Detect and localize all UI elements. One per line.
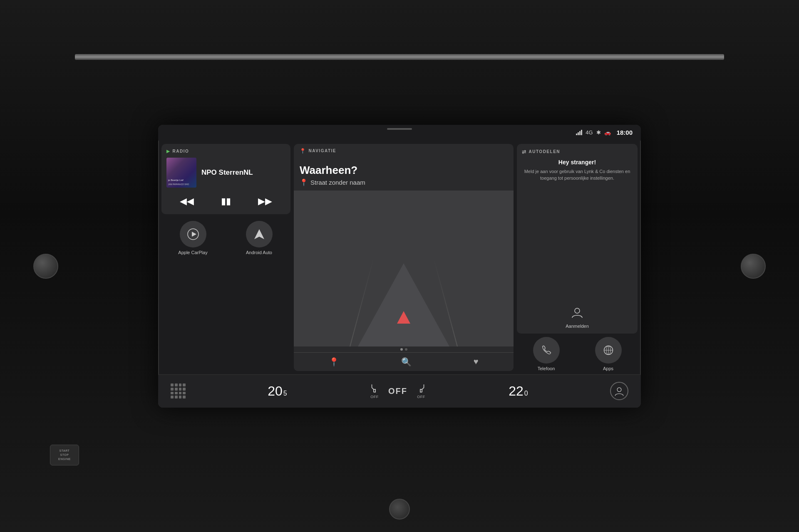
telefoon-label: Telefoon [538,366,555,371]
carplay-label: Apple CarPlay [178,250,207,255]
nav-subtitle: 📍 Straat zonder naam [300,178,508,186]
top-bar [75,54,724,60]
temp-right-sup: 0 [524,390,528,397]
status-bar: 4G ✱ 🚗 18:00 [158,125,641,141]
nav-dot-2 [405,348,407,351]
nav-destination[interactable]: Waarheen? 📍 Straat zonder naam [294,161,514,191]
map-area[interactable] [294,191,514,346]
seat-right-icon [416,383,427,394]
nav-title: Waarheen? [300,164,508,177]
autodelen-title: Hey stranger! [522,159,633,166]
network-icon: 4G [586,129,593,136]
nav-search-button[interactable]: 🔍 [401,357,412,367]
radio-panel: ▶ RADIO je Beertje Lief JAN PAPARAZZI SH… [161,144,290,214]
car-surround: START STOP ENGINE 4G ✱ 🚗 18:00 [0,0,799,532]
android-auto-label: Android Auto [246,250,272,255]
carplay-item[interactable]: Apple CarPlay [161,221,224,255]
next-button[interactable]: ▶▶ [256,193,275,209]
autodelen-label: ⇄ AUTODELEN [522,149,633,155]
start-stop-button[interactable]: START STOP ENGINE [50,445,79,465]
profile-icon [614,386,625,396]
share-icon: ⇄ [522,149,527,155]
right-panel: ⇄ AUTODELEN Hey stranger! Meld je aan vo… [517,144,638,371]
album-art: je Beertje Lief JAN PAPARAZZI SHO [166,158,196,188]
bluetooth-icon: ✱ [596,129,601,136]
android-auto-button[interactable] [246,221,273,247]
radio-label: ▶ RADIO [166,149,285,153]
screen-bezel: 4G ✱ 🚗 18:00 ▶ RADIO [158,125,641,408]
connect-panel: Apple CarPlay Android Auto [161,221,290,255]
radio-station: NPO SterrenNL [201,168,253,177]
play-pause-button[interactable]: ▮▮ [218,193,233,209]
phone-icon [541,344,552,356]
carplay-button[interactable] [180,221,206,247]
seat-left-status: OFF [370,395,379,399]
android-auto-icon [253,228,266,241]
apps-icon [603,344,614,356]
nav-page-indicator [294,346,514,352]
nav-label: 📍 NAVIGATIE [300,148,508,154]
seat-left-item[interactable]: OFF [369,383,380,399]
menu-grid-button[interactable] [171,384,186,398]
seat-right-status: OFF [417,395,425,399]
seat-controls: OFF OFF OFF [369,383,427,399]
user-icon [568,304,586,322]
carplay-icon [186,228,200,241]
aanmelden-area[interactable]: Aanmelden [522,304,633,329]
bottom-bar: 20 5 OFF OFF [158,374,641,408]
status-time: 18:00 [617,129,633,136]
nav-arrow [397,311,410,324]
svg-marker-1 [192,232,196,237]
apps-button[interactable] [595,337,622,364]
svg-point-3 [575,308,580,313]
left-knob[interactable] [33,254,58,279]
nav-save-button[interactable]: 📍 [329,357,339,367]
temp-left-value: 20 [268,384,283,399]
center-off-label: OFF [388,386,407,396]
nav-bottom-icons: 📍 🔍 ♥ [294,352,514,371]
nav-location-icon: 📍 [300,178,308,186]
album-line1: je Beertje Lief [168,179,195,182]
telefoon-item[interactable]: Telefoon [517,337,576,371]
action-buttons-row: Telefoon Apps [517,337,638,371]
apps-label: Apps [603,366,613,371]
right-knob[interactable] [741,254,766,279]
radio-controls[interactable]: ◀◀ ▮▮ ▶▶ [166,193,285,209]
seat-right-item[interactable]: OFF [416,383,427,399]
album-line2: JAN PAPARAZZI SHO [168,183,195,186]
center-off-display[interactable]: OFF [388,386,407,396]
nav-favorites-button[interactable]: ♥ [474,357,479,366]
temp-left-sup: 5 [283,390,287,397]
seat-left-icon [369,383,380,394]
prev-button[interactable]: ◀◀ [177,193,196,209]
car-icon: 🚗 [604,129,611,136]
apps-item[interactable]: Apps [579,337,638,371]
drag-handle [387,128,412,130]
nav-dot-1 [400,348,403,351]
autodelen-body: Meld je aan voor gebruik van Lynk & Co d… [522,168,633,299]
temp-right-value: 22 [509,384,524,399]
android-auto-item[interactable]: Android Auto [228,221,290,255]
radio-play-icon: ▶ [166,149,171,153]
home-button[interactable] [389,499,410,520]
radio-content: je Beertje Lief JAN PAPARAZZI SHO NPO St… [166,158,285,188]
temp-right-display[interactable]: 22 0 [509,384,528,399]
status-icons: 4G ✱ 🚗 18:00 [576,129,633,136]
aanmelden-label: Aanmelden [566,324,589,329]
signal-bars-icon [576,130,582,135]
autodelen-panel: ⇄ AUTODELEN Hey stranger! Meld je aan vo… [517,144,638,334]
main-content: ▶ RADIO je Beertje Lief JAN PAPARAZZI SH… [158,141,641,374]
temp-left-display[interactable]: 20 5 [268,384,287,399]
profile-button[interactable] [610,382,628,400]
svg-point-8 [617,388,621,392]
telefoon-button[interactable] [533,337,560,364]
nav-panel: 📍 NAVIGATIE Waarheen? 📍 Straat zonder na… [294,144,514,371]
nav-pin-icon: 📍 [300,148,307,154]
svg-marker-2 [254,229,264,239]
nav-header: 📍 NAVIGATIE [294,144,514,161]
